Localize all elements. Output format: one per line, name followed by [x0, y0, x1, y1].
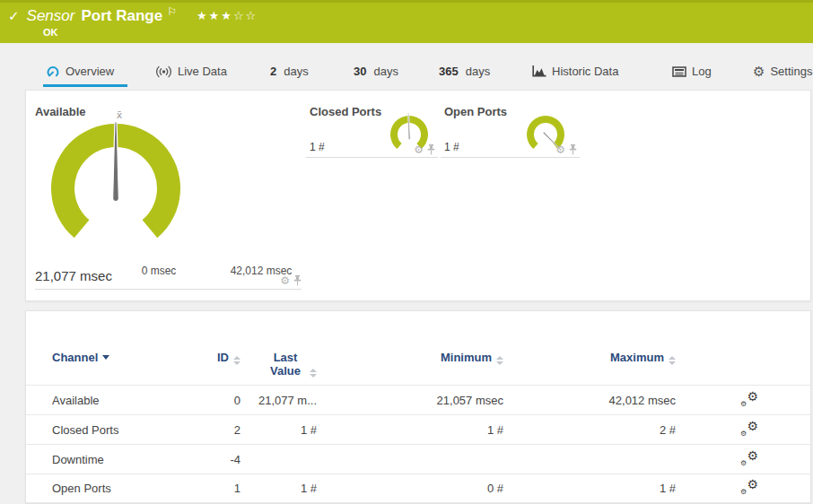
- historic-chart-icon: [532, 65, 546, 77]
- gauge-tools: ⚙: [280, 275, 302, 286]
- gear-icon[interactable]: ⚙: [414, 144, 424, 155]
- cell-maximum: 42,012 msec: [503, 394, 676, 407]
- sensor-title-row: ✓ Sensor Port Range ⚐ ★★★☆☆: [8, 7, 258, 25]
- gauge-current-value: 1 #: [310, 141, 325, 153]
- tab-log[interactable]: Log: [669, 56, 714, 87]
- cell-maximum: 1 #: [503, 482, 676, 495]
- tab-overview[interactable]: Overview: [43, 56, 117, 87]
- column-header-minimum[interactable]: Minimum: [317, 351, 503, 385]
- tab-label: Live Data: [178, 65, 227, 78]
- tab-number: 30: [354, 65, 366, 78]
- gauge-tools: ⚙: [555, 144, 577, 155]
- prtg-sensor-page: ✓ Sensor Port Range ⚐ ★★★☆☆ OK Overview …: [0, 0, 813, 504]
- gear-icon[interactable]: ⚙: [280, 275, 290, 286]
- sensor-status-bar: ✓ Sensor Port Range ⚐ ★★★☆☆ OK: [0, 0, 813, 43]
- stars-filled[interactable]: ★★★: [197, 9, 233, 22]
- tab-label: Log: [692, 65, 712, 78]
- sort-arrows-icon: [669, 356, 676, 365]
- channel-settings-gears-icon[interactable]: ⚙⚙: [740, 391, 758, 407]
- channel-settings-gears-icon[interactable]: ⚙⚙: [740, 421, 758, 437]
- table-row[interactable]: Open Ports 1 1 # 0 # 1 # ⚙⚙: [26, 474, 810, 503]
- gauge-title: Open Ports: [444, 105, 507, 118]
- tab-label: days: [466, 65, 490, 78]
- table-row[interactable]: Available 0 21,077 m... 21,057 msec 42,0…: [26, 385, 810, 414]
- column-header-actions: [676, 351, 774, 385]
- status-ok-check-icon: ✓: [8, 8, 20, 24]
- priority-stars[interactable]: ★★★☆☆: [197, 9, 258, 22]
- cell-maximum: 2 #: [503, 423, 676, 437]
- live-broadcast-icon: [155, 65, 172, 78]
- sensor-status-text: OK: [43, 27, 58, 38]
- sort-caret-down-icon: [102, 355, 109, 360]
- tab-number: 365: [439, 65, 459, 78]
- gauge-block-closed-ports: Closed Ports 1 # ⚙: [306, 101, 438, 158]
- column-header-id[interactable]: ID: [209, 351, 240, 385]
- cell-channel[interactable]: Downtime: [52, 453, 209, 466]
- tab-label: Overview: [66, 65, 114, 78]
- gauge-scale-min: 0 msec: [142, 265, 177, 277]
- channel-settings-gears-icon[interactable]: ⚙⚙: [740, 479, 758, 495]
- channels-table-panel: Channel ID Last Value Minimum Maximum Av…: [25, 310, 811, 504]
- pushpin-icon[interactable]: [293, 275, 302, 286]
- tab-label: days: [284, 65, 308, 78]
- gear-icon[interactable]: ⚙: [555, 144, 565, 155]
- column-header-last-value[interactable]: Last Value: [240, 351, 317, 385]
- cell-id: 0: [209, 394, 240, 407]
- cell-id: 1: [209, 482, 240, 495]
- channel-settings-gears-icon[interactable]: ⚙⚙: [740, 450, 758, 466]
- average-marker: x̄: [117, 109, 123, 121]
- tab-settings[interactable]: ⚙ Settings: [750, 56, 813, 87]
- gauge-current-value: 21,077 msec: [35, 268, 112, 283]
- sort-arrows-icon: [496, 356, 503, 365]
- table-row[interactable]: Closed Ports 2 1 # 1 # 2 # ⚙⚙: [26, 414, 810, 444]
- tab-2-days[interactable]: 2 days: [267, 56, 311, 87]
- gauge-current-value: 1 #: [444, 141, 459, 153]
- cell-minimum: 0 #: [317, 482, 503, 495]
- gauge-block-available: Available x̄ 0 msec 42,012 msec 21,077 m…: [35, 98, 302, 290]
- gauge-title: Closed Ports: [310, 105, 381, 118]
- cell-channel[interactable]: Closed Ports: [52, 423, 209, 437]
- pushpin-icon[interactable]: [569, 144, 577, 155]
- column-header-maximum[interactable]: Maximum: [503, 351, 676, 385]
- cell-last-value: 1 #: [240, 482, 317, 495]
- tab-number: 2: [270, 65, 276, 78]
- column-header-channel[interactable]: Channel: [52, 351, 209, 385]
- table-row[interactable]: Downtime -4 ⚙⚙: [26, 444, 810, 474]
- cell-last-value: 1 #: [240, 423, 317, 437]
- log-icon: [672, 66, 686, 77]
- cell-channel[interactable]: Available: [52, 394, 209, 407]
- cell-minimum: 21,057 msec: [317, 394, 503, 407]
- pushpin-icon[interactable]: [427, 144, 435, 155]
- gauge-tools: ⚙: [414, 144, 435, 155]
- flag-icon[interactable]: ⚐: [167, 5, 177, 18]
- tab-label: Historic Data: [552, 65, 618, 78]
- tab-historic-data[interactable]: Historic Data: [529, 56, 621, 87]
- cell-last-value: 21,077 m...: [240, 394, 317, 407]
- cell-channel[interactable]: Open Ports: [52, 482, 209, 495]
- stars-empty[interactable]: ☆☆: [233, 9, 258, 22]
- tab-label: Settings: [770, 65, 812, 78]
- sensor-name: Port Range: [81, 7, 162, 25]
- tab-live-data[interactable]: Live Data: [153, 56, 230, 87]
- sort-arrows-icon: [233, 356, 240, 365]
- tab-30-days[interactable]: 30 days: [351, 56, 401, 87]
- gauge-block-open-ports: Open Ports 1 # ⚙: [441, 101, 580, 158]
- gear-icon: ⚙: [753, 64, 765, 80]
- tab-bar: Overview Live Data 2 days 30 days 365 da…: [0, 56, 813, 87]
- overview-gauges-panel: Available x̄ 0 msec 42,012 msec 21,077 m…: [25, 90, 811, 301]
- sort-arrows-icon: [310, 369, 317, 378]
- object-kind-label: Sensor: [27, 7, 75, 25]
- table-header-row: Channel ID Last Value Minimum Maximum: [26, 311, 810, 385]
- gauge-icon: [46, 65, 60, 79]
- cell-id: -4: [209, 453, 240, 466]
- tab-label: days: [373, 65, 398, 78]
- available-gauge-chart: x̄: [26, 99, 205, 278]
- cell-id: 2: [209, 423, 240, 437]
- tab-365-days[interactable]: 365 days: [436, 56, 493, 87]
- cell-minimum: 1 #: [317, 423, 503, 437]
